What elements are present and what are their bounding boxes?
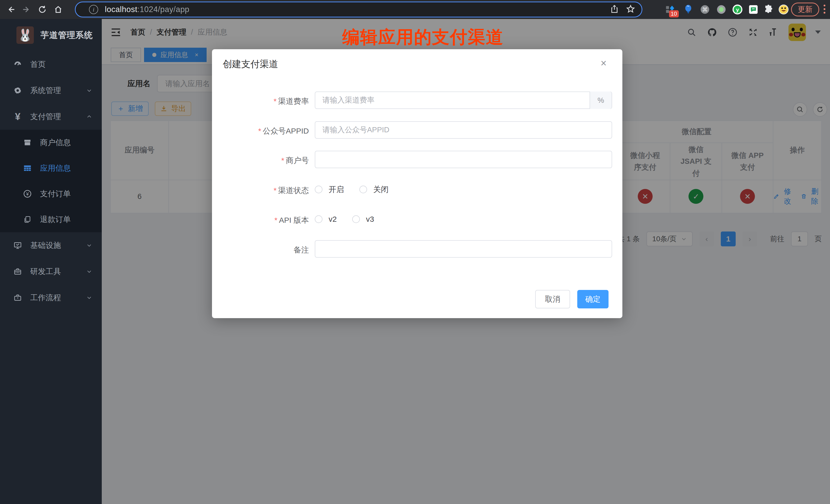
rate-label: *渠道费率 [212, 96, 309, 107]
browser-back-button[interactable] [5, 4, 17, 15]
extension-diamond-icon[interactable]: 10 [665, 4, 676, 15]
rate-input[interactable]: 请输入渠道费率 % [315, 92, 612, 109]
url-text: localhost:1024/pay/app [105, 5, 189, 14]
share-icon[interactable] [610, 4, 619, 14]
browser-update-button[interactable]: 更新 [791, 3, 819, 17]
confirm-button[interactable]: 确定 [577, 290, 609, 308]
grid-icon [22, 164, 33, 172]
briefcase-icon [12, 293, 23, 302]
sidebar-item-pay-orders[interactable]: ¥ 支付订单 [0, 181, 102, 207]
documents-icon [22, 216, 33, 223]
extension-y-icon[interactable]: y [732, 4, 743, 15]
browser-forward-button[interactable] [21, 4, 32, 15]
site-info-icon[interactable]: i [89, 5, 98, 14]
yen-circle-icon: ¥ [22, 189, 33, 198]
api-label: *API 版本 [212, 215, 309, 226]
remark-input[interactable] [315, 240, 612, 258]
gear-icon [12, 86, 23, 95]
profile-emoji-avatar[interactable] [778, 4, 789, 15]
appid-label: *公众号APPID [212, 126, 309, 136]
chevron-down-icon [86, 269, 92, 274]
sidebar-item-payment[interactable]: ¥ 支付管理 [0, 103, 102, 130]
bookmark-star-icon[interactable] [626, 4, 635, 15]
svg-text:y: y [736, 7, 739, 12]
chevron-down-icon [86, 88, 92, 93]
payment-submenu: 商户信息 应用信息 ¥ 支付订单 退款订单 [0, 130, 102, 232]
extension-green-dot-icon[interactable] [716, 4, 727, 15]
browser-address-bar[interactable]: i localhost:1024/pay/app [75, 2, 642, 18]
radio-v2[interactable]: v2 [315, 215, 337, 224]
radio-circle[interactable] [359, 186, 367, 193]
sidebar-item-app-info[interactable]: 应用信息 [0, 155, 102, 181]
monitor-icon [12, 241, 23, 249]
remark-label: 备注 [212, 245, 309, 255]
sidebar-item-infrastructure[interactable]: 基础设施 [0, 232, 102, 258]
yen-icon: ¥ [12, 111, 23, 122]
svg-text:¥: ¥ [26, 191, 29, 197]
api-radio-group: v2 v3 [315, 211, 374, 228]
dashboard-icon [12, 60, 23, 69]
sidebar-item-dev-tools[interactable]: 研发工具 [0, 258, 102, 285]
chevron-down-icon [86, 295, 92, 301]
sidebar-item-system[interactable]: 系统管理 [0, 77, 102, 103]
browser-reload-button[interactable] [36, 4, 48, 15]
merchant-input[interactable] [315, 151, 612, 168]
merchant-label: *商户号 [212, 155, 309, 166]
sidebar-item-refund-orders[interactable]: 退款订单 [0, 207, 102, 232]
dialog-title: 创建支付渠道 [223, 58, 278, 70]
extension-command-icon[interactable]: ⌘ [700, 4, 710, 15]
logo-image: 🐰 [17, 26, 34, 44]
status-label: *渠道状态 [212, 185, 309, 196]
radio-v3[interactable]: v3 [352, 215, 374, 224]
extension-balloon-icon[interactable] [683, 4, 694, 15]
extension-chat-icon[interactable] [748, 4, 759, 15]
storefront-icon [22, 138, 33, 147]
cancel-button[interactable]: 取消 [535, 290, 570, 308]
annotation-text: 编辑应用的支付渠道 [231, 26, 615, 49]
dialog-close-icon[interactable]: × [601, 58, 606, 68]
extensions-puzzle-icon[interactable] [763, 4, 774, 15]
status-radio-group: 开启 关闭 [315, 181, 389, 198]
sidebar-item-home[interactable]: 首页 [0, 51, 102, 77]
radio-circle[interactable] [352, 215, 360, 223]
browser-home-button[interactable] [52, 4, 64, 15]
radio-enabled[interactable]: 开启 [315, 184, 344, 195]
app-title: 芋道管理系统 [40, 30, 93, 41]
sidebar-item-workflow[interactable]: 工作流程 [0, 285, 102, 311]
chevron-down-icon [86, 243, 92, 248]
browser-menu-icon[interactable] [824, 5, 826, 13]
svg-text:⌘: ⌘ [702, 6, 708, 13]
chevron-up-icon [86, 114, 92, 120]
browser-toolbar: i localhost:1024/pay/app 10 ⌘ y 更新 [0, 0, 830, 19]
percent-suffix: % [589, 92, 612, 109]
radio-circle[interactable] [315, 215, 322, 223]
radio-circle[interactable] [315, 186, 322, 193]
app-logo[interactable]: 🐰 芋道管理系统 [0, 19, 102, 51]
radio-disabled[interactable]: 关闭 [359, 184, 389, 195]
appid-input[interactable]: 请输入公众号APPID [315, 121, 612, 139]
toolbox-icon [12, 267, 23, 276]
sidebar-item-merchant-info[interactable]: 商户信息 [0, 130, 102, 155]
create-channel-dialog: 创建支付渠道 × *渠道费率 请输入渠道费率 % *公众号APPID 请输入公众… [212, 49, 622, 318]
sidebar: 🐰 芋道管理系统 首页 系统管理 ¥ 支付管理 商户信息 应用信息 [0, 19, 102, 504]
